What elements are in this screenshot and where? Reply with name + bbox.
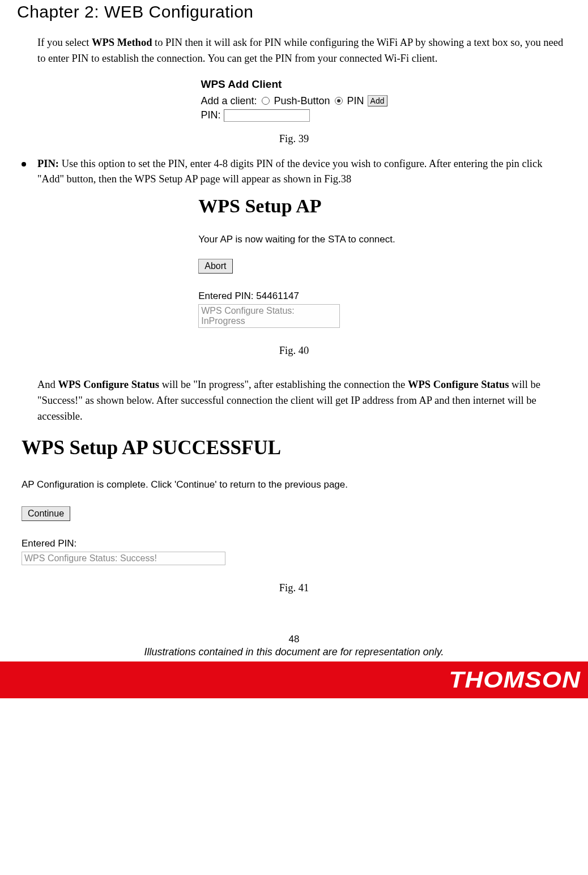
status-b1: WPS Configure Status bbox=[58, 379, 160, 390]
pin-input[interactable] bbox=[224, 109, 310, 122]
waiting-text: Your AP is now waiting for the STA to co… bbox=[198, 234, 395, 245]
pin-label: PIN: bbox=[201, 109, 220, 121]
add-client-label: Add a client: bbox=[201, 95, 257, 107]
footer-disclaimer: Illustrations contained in this document… bbox=[17, 646, 571, 658]
figure-41: WPS Setup AP SUCCESSFUL AP Configuration… bbox=[17, 437, 571, 565]
intro-paragraph: If you select WPS Method to PIN then it … bbox=[17, 35, 571, 67]
push-button-radio[interactable] bbox=[262, 97, 270, 105]
success-title: WPS Setup AP SUCCESSFUL bbox=[22, 437, 571, 459]
thomson-logo: THOMSON bbox=[449, 667, 581, 693]
status-paragraph: And WPS Configure Status will be "In pro… bbox=[17, 377, 571, 424]
fig39-caption: Fig. 39 bbox=[17, 133, 571, 145]
fig41-caption: Fig. 41 bbox=[17, 582, 571, 594]
status-box-inprogress: WPS Configure Status: InProgress bbox=[198, 304, 340, 328]
pin-radio-label: PIN bbox=[347, 95, 364, 107]
chapter-title: Chapter 2: WEB Configuration bbox=[17, 2, 571, 22]
push-button-label: Push-Button bbox=[274, 95, 330, 107]
pin-bullet: PIN: Use this option to set the PIN, ent… bbox=[17, 156, 571, 188]
add-button[interactable]: Add bbox=[368, 95, 387, 106]
page-number: 48 bbox=[17, 634, 571, 645]
success-complete-text: AP Configuration is complete. Click 'Con… bbox=[22, 479, 571, 490]
status-p1: And bbox=[37, 379, 58, 390]
figure-39: WPS Add Client Add a client: Push-Button… bbox=[17, 78, 571, 122]
status-box-success: WPS Configure Status: Success! bbox=[22, 552, 225, 565]
footer-red-bar: THOMSON bbox=[0, 661, 588, 698]
entered-pin-40: Entered PIN: 54461147 bbox=[198, 291, 395, 302]
pin-bullet-bold: PIN: bbox=[37, 158, 59, 169]
continue-button[interactable]: Continue bbox=[22, 506, 70, 521]
fig40-caption: Fig. 40 bbox=[17, 345, 571, 357]
page-footer: 48 Illustrations contained in this docum… bbox=[17, 634, 571, 658]
intro-prefix: If you select bbox=[37, 37, 92, 48]
abort-button[interactable]: Abort bbox=[198, 259, 232, 274]
wps-setup-ap-title: WPS Setup AP bbox=[198, 195, 395, 217]
status-p2: will be "In progress", after establishin… bbox=[159, 379, 408, 390]
wps-add-client-title: WPS Add Client bbox=[201, 78, 387, 91]
figure-40: WPS Setup AP Your AP is now waiting for … bbox=[17, 195, 571, 328]
entered-pin-41: Entered PIN: bbox=[22, 538, 571, 549]
intro-bold: WPS Method bbox=[92, 37, 152, 48]
pin-radio[interactable] bbox=[335, 97, 343, 105]
status-b2: WPS Configure Status bbox=[408, 379, 509, 390]
bullet-icon bbox=[22, 162, 26, 167]
pin-bullet-text: Use this option to set the PIN, enter 4-… bbox=[37, 158, 542, 185]
